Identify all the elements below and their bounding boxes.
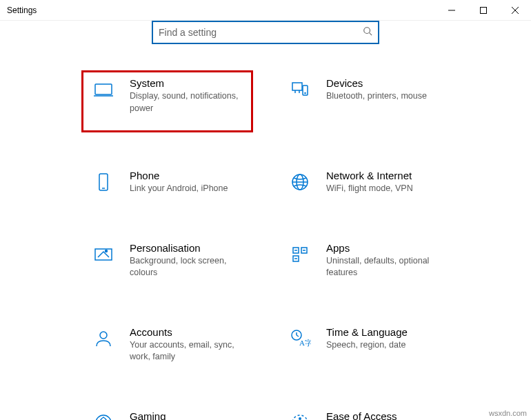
- tile-network[interactable]: Network & Internet WiFi, flight mode, VP…: [279, 164, 448, 203]
- svg-rect-1: [481, 7, 487, 13]
- tile-personalisation[interactable]: Personalisation Background, lock screen,…: [83, 237, 252, 288]
- ease-of-access-icon: [288, 410, 312, 421]
- paintbrush-icon: [91, 242, 116, 267]
- time-language-icon: A字: [288, 326, 312, 351]
- svg-rect-6: [95, 84, 112, 94]
- tile-time-language[interactable]: A字 Time & Language Speech, region, date: [279, 321, 448, 372]
- search-input[interactable]: [159, 27, 363, 38]
- svg-point-10: [305, 92, 305, 93]
- tile-title: Phone: [130, 170, 228, 181]
- watermark: wsxdn.com: [489, 409, 527, 417]
- tile-title: Network & Internet: [326, 170, 413, 181]
- titlebar: Settings: [0, 0, 531, 21]
- tile-desc: Background, lock screen, colours: [130, 255, 243, 279]
- tile-title: Personalisation: [130, 242, 243, 254]
- tile-title: Apps: [326, 242, 440, 254]
- tile-desc: Uninstall, defaults, optional features: [326, 255, 440, 279]
- tile-title: Time & Language: [326, 326, 408, 338]
- tile-desc: WiFi, flight mode, VPN: [326, 183, 413, 195]
- svg-point-19: [106, 250, 108, 252]
- tile-desc: Link your Android, iPhone: [130, 183, 228, 195]
- gaming-icon: [91, 410, 116, 421]
- tile-system[interactable]: System Display, sound, notifications, po…: [83, 72, 252, 131]
- system-icon: [91, 77, 116, 102]
- tile-apps[interactable]: Apps Uninstall, defaults, optional featu…: [279, 237, 448, 288]
- search-box[interactable]: [152, 21, 379, 44]
- tile-title: Devices: [326, 77, 427, 89]
- tile-title: Ease of Access: [326, 410, 440, 421]
- tile-devices[interactable]: Devices Bluetooth, printers, mouse: [279, 72, 448, 131]
- tile-gaming[interactable]: Gaming Xbox Game Bar, captures, Game Mod…: [83, 405, 252, 421]
- svg-line-29: [297, 335, 299, 337]
- svg-line-5: [370, 33, 372, 36]
- tile-desc: Speech, region, date: [326, 339, 408, 352]
- minimize-button[interactable]: [436, 0, 468, 21]
- maximize-button[interactable]: [468, 0, 499, 21]
- apps-icon: [288, 242, 312, 267]
- svg-point-4: [364, 28, 370, 34]
- tile-phone[interactable]: Phone Link your Android, iPhone: [83, 164, 252, 203]
- tile-title: System: [130, 77, 243, 89]
- svg-text:A字: A字: [299, 339, 311, 347]
- tile-title: Accounts: [130, 326, 243, 338]
- svg-rect-8: [292, 83, 302, 90]
- svg-point-33: [299, 417, 301, 420]
- phone-icon: [91, 170, 116, 194]
- close-button[interactable]: [499, 0, 531, 21]
- tile-desc: Bluetooth, printers, mouse: [326, 90, 427, 103]
- person-icon: [91, 326, 116, 351]
- tile-accounts[interactable]: Accounts Your accounts, email, sync, wor…: [83, 321, 252, 372]
- svg-point-26: [100, 332, 107, 339]
- tile-ease-of-access[interactable]: Ease of Access Narrator, magnifier, high…: [279, 405, 448, 421]
- globe-icon: [288, 170, 312, 194]
- tile-desc: Display, sound, notifications, power: [130, 90, 243, 114]
- devices-icon: [288, 77, 312, 102]
- search-icon: [363, 26, 372, 39]
- svg-rect-18: [95, 249, 112, 260]
- window-title: Settings: [0, 6, 37, 15]
- tile-desc: Your accounts, email, sync, work, family: [130, 339, 243, 363]
- tile-title: Gaming: [130, 410, 243, 421]
